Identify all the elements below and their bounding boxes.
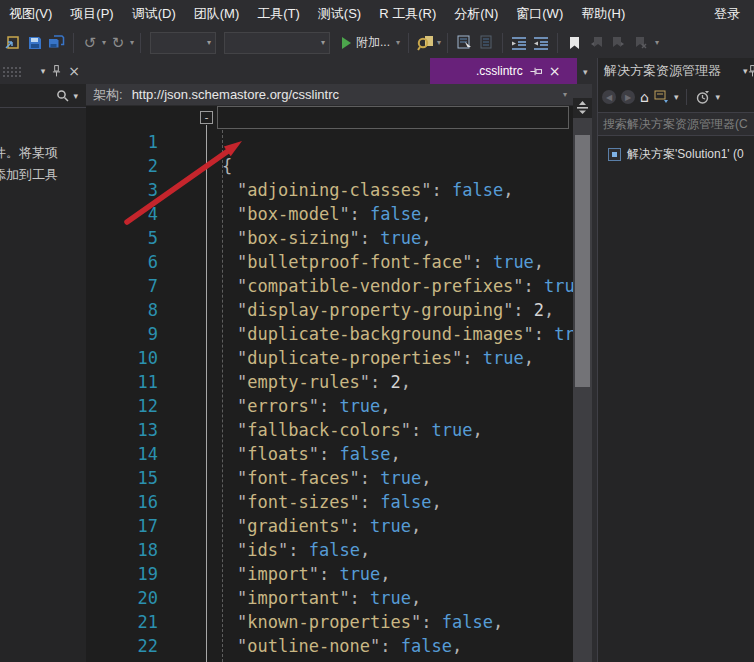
attach-button[interactable]: 附加... ▾: [342, 31, 401, 55]
redo-dropdown-icon[interactable]: ▾: [130, 38, 134, 47]
menu-item[interactable]: 工具(T): [251, 5, 306, 23]
collapse-all-icon[interactable]: [654, 90, 669, 104]
code-line[interactable]: 14 "font-faces": true,: [86, 418, 592, 442]
back-button[interactable]: ◀: [602, 90, 616, 104]
splitter-icon: [577, 101, 588, 115]
add-item-icon: [5, 35, 21, 50]
window-position-icon[interactable]: ▾: [41, 66, 46, 76]
window-position-icon[interactable]: ▾: [743, 66, 748, 76]
toolbar-overflow-icon[interactable]: ▾: [655, 38, 659, 47]
next-bookmark-button[interactable]: [609, 31, 627, 55]
code-line[interactable]: 7 "display-property-grouping": 2,: [86, 250, 592, 274]
forward-button[interactable]: ▶: [621, 90, 635, 104]
solution-icon: [608, 148, 621, 161]
close-tab-icon[interactable]: ×: [549, 64, 561, 78]
tab-list-dropdown-icon[interactable]: ▾: [583, 67, 588, 77]
bookmark-button[interactable]: [565, 31, 583, 55]
code-line[interactable]: 13 "floats": false,: [86, 394, 592, 418]
indent-button[interactable]: [532, 31, 550, 55]
menu-item[interactable]: 测试(S): [312, 5, 367, 23]
menu-item[interactable]: 窗口(W): [510, 5, 569, 23]
collapse-options-icon[interactable]: ▾: [674, 92, 679, 102]
next-bookmark-icon: [612, 36, 625, 49]
code-line[interactable]: 4 "box-sizing": true,: [86, 178, 592, 202]
editor-splitter-handle[interactable]: [573, 98, 592, 118]
save-button[interactable]: [26, 31, 44, 55]
code-line[interactable]: 22 "overqualified-elements": true,: [86, 610, 592, 634]
menu-item[interactable]: 项目(P): [64, 5, 119, 23]
menu-item[interactable]: 视图(V): [3, 5, 58, 23]
solution-search-input[interactable]: 搜索解决方案资源管理器(C: [598, 112, 754, 136]
vertical-scrollbar[interactable]: ▲: [573, 106, 592, 662]
code-line[interactable]: 17 "ids": false,: [86, 490, 592, 514]
attach-label: 附加...: [356, 34, 390, 51]
play-icon: [342, 37, 351, 49]
find-dropdown-icon[interactable]: ▾: [437, 38, 441, 47]
prev-bookmark-button[interactable]: [587, 31, 605, 55]
home-button[interactable]: ⌂: [640, 89, 649, 105]
code-line[interactable]: 3 "box-model": false,: [86, 154, 592, 178]
toolbox-search[interactable]: ▾: [0, 84, 86, 108]
code-line[interactable]: 18 "import": true,: [86, 514, 592, 538]
grip-handle-icon[interactable]: [2, 66, 22, 77]
close-icon[interactable]: ×: [68, 64, 80, 78]
code-line[interactable]: 23 "qualified-headings": false,: [86, 634, 592, 658]
outdent-button[interactable]: [510, 31, 528, 55]
code-line[interactable]: 5 "bulletproof-font-face": true,: [86, 202, 592, 226]
add-item-icon[interactable]: [4, 31, 22, 55]
clear-bookmarks-button[interactable]: [631, 31, 649, 55]
keep-open-pin-icon[interactable]: [529, 66, 542, 76]
solution-explorer-toolbar: ◀ ▶ ⌂ ▾ ▾: [598, 84, 754, 110]
solution-tree-item[interactable]: 解决方案'Solution1' (0: [598, 142, 754, 166]
pending-changes-clock-icon[interactable]: [695, 90, 710, 105]
find-in-files-button[interactable]: [416, 31, 434, 55]
code-line[interactable]: 21 "outline-none": false,: [86, 586, 592, 610]
scrollbar-thumb[interactable]: [575, 135, 590, 387]
redo-button[interactable]: ↻: [109, 31, 127, 55]
undo-dropdown-icon[interactable]: ▾: [102, 38, 106, 47]
toolbar: ↺ ▾ ↻ ▾ ▾ ▾ 附加... ▾ ▾: [0, 27, 754, 58]
pin-icon[interactable]: [52, 64, 61, 78]
menu-item[interactable]: R 工具(R): [373, 5, 442, 23]
solution-explorer-panel: 解决方案资源管理器 ▾ ◀ ▶ ⌂ ▾ ▾: [597, 58, 754, 662]
code-line[interactable]: 9 "duplicate-properties": true,: [86, 298, 592, 322]
menu-item[interactable]: 分析(N): [448, 5, 504, 23]
code-line[interactable]: 8 "duplicate-background-images": true,: [86, 274, 592, 298]
toolbar-combobox-2[interactable]: ▾: [224, 32, 330, 54]
toolbar-combobox-1[interactable]: ▾: [150, 32, 216, 54]
fold-toggle[interactable]: -: [200, 111, 213, 124]
navigate-doc-disabled-button[interactable]: [477, 31, 495, 55]
save-all-button[interactable]: [48, 31, 66, 55]
code-editor[interactable]: - 1 { 2 "adjoining-classes": false,: [86, 106, 592, 662]
clear-bookmarks-icon: [634, 36, 647, 49]
code-line[interactable]: 15 "font-sizes": false,: [86, 442, 592, 466]
code-line[interactable]: 16 "gradients": true,: [86, 466, 592, 490]
pin-icon[interactable]: [748, 64, 754, 78]
search-options-icon[interactable]: ▾: [73, 91, 78, 101]
tab-csslintrc[interactable]: .csslintrc ×: [430, 58, 577, 84]
code-line[interactable]: 20 "known-properties": false,: [86, 562, 592, 586]
code-line[interactable]: 11 "errors": true,: [86, 346, 592, 370]
schema-url-combobox[interactable]: http://json.schemastore.org/csslintrc: [132, 87, 339, 102]
undo-button[interactable]: ↺: [81, 31, 99, 55]
indent-guide: [222, 130, 223, 662]
code-line[interactable]: 10 "empty-rules": 2,: [86, 322, 592, 346]
tab-title: .csslintrc: [476, 64, 523, 78]
code-line[interactable]: 24 "regex-selectors": true,: [86, 658, 592, 662]
menu-item[interactable]: 帮助(H): [575, 5, 631, 23]
search-icon: [56, 89, 69, 102]
code-line[interactable]: 6 "compatible-vendor-prefixes": true,: [86, 226, 592, 250]
tab-strip: .csslintrc × ▾: [86, 58, 592, 84]
code-line[interactable]: 19 "important": true,: [86, 538, 592, 562]
menu-item[interactable]: 调试(D): [126, 5, 182, 23]
sign-in-button[interactable]: 登录: [714, 0, 740, 27]
navigate-doc-button[interactable]: [455, 31, 473, 55]
search-icon: [417, 35, 434, 51]
code-line[interactable]: 12 "fallback-colors": true,: [86, 370, 592, 394]
clock-options-icon[interactable]: ▾: [715, 92, 720, 102]
schema-dropdown-icon[interactable]: ▾: [563, 90, 567, 99]
code-line[interactable]: 2 "adjoining-classes": false,: [86, 130, 592, 154]
schema-label: 架构:: [93, 86, 123, 104]
menu-item[interactable]: 团队(M): [188, 5, 246, 23]
menu-items: 视图(V)项目(P)调试(D)团队(M)工具(T)测试(S)R 工具(R)分析(…: [0, 5, 634, 23]
